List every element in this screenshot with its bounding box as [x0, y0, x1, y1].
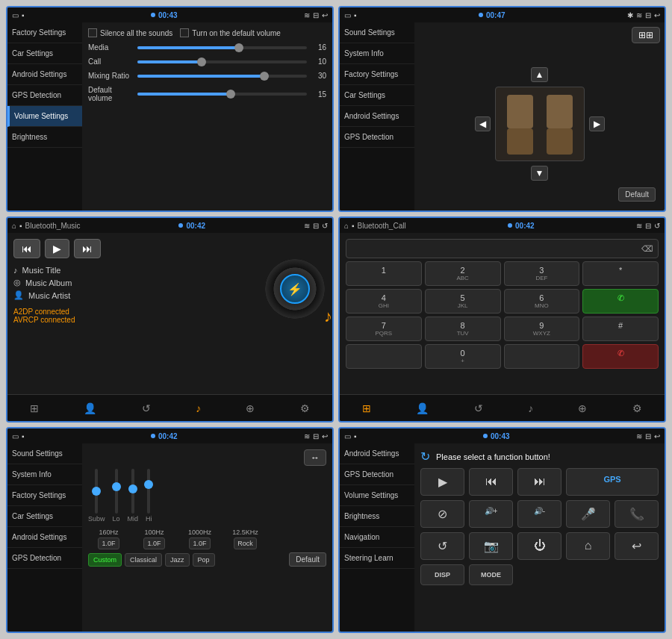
func-power[interactable]: ⏻ — [517, 532, 561, 560]
preset-pop[interactable]: Pop — [193, 553, 215, 567]
func-disp[interactable]: DISP — [420, 564, 464, 585]
dial-call[interactable]: ✆ — [582, 289, 659, 314]
func-bt2[interactable]: ↺ — [420, 532, 464, 560]
arrow-down[interactable]: ▼ — [531, 166, 549, 181]
dial-hash[interactable]: # — [582, 317, 659, 341]
func-home[interactable]: ⌂ — [566, 532, 610, 560]
sidebar-android2[interactable]: Android Settings — [340, 106, 414, 127]
dial-3[interactable]: 3DEF — [504, 261, 580, 286]
eq-toggle-btn[interactable]: ⊞⊞ — [632, 27, 660, 43]
sidebar-eq-sound[interactable]: Sound Settings — [7, 443, 82, 464]
func-play[interactable]: ▶ — [420, 468, 464, 496]
dial-5[interactable]: 5JKL — [425, 289, 501, 314]
backspace-icon[interactable]: ⌫ — [641, 244, 653, 254]
preset-custom[interactable]: Custom — [88, 553, 122, 567]
dial-9[interactable]: 9WXYZ — [504, 317, 580, 341]
preset-classical[interactable]: Classical — [125, 553, 162, 567]
sidebar-car2[interactable]: Car Settings — [340, 85, 414, 106]
toolbar-link[interactable]: ⊕ — [243, 399, 258, 417]
media-slider[interactable] — [137, 46, 307, 49]
sidebar-func-android[interactable]: Android Settings — [340, 443, 414, 464]
toolbar-settings-call[interactable]: ⚙ — [629, 399, 645, 417]
silence-checkbox[interactable]: Silence all the sounds — [88, 28, 172, 37]
sidebar-item-volume[interactable]: Volume Settings — [7, 106, 82, 127]
toolbar-music[interactable]: ♪ — [193, 399, 204, 417]
arrow-right[interactable]: ▶ — [589, 116, 605, 131]
sidebar-eq-gps[interactable]: GPS Detection — [7, 548, 82, 569]
toolbar-grid-call[interactable]: ⊞ — [359, 399, 374, 417]
sidebar-eq-sysinfo[interactable]: System Info — [7, 464, 82, 485]
sidebar-func-steer[interactable]: Steering Learn — [340, 548, 414, 569]
dial-star[interactable]: * — [582, 261, 659, 286]
dial-2[interactable]: 2ABC — [425, 261, 501, 286]
sidebar-eq-android[interactable]: Android Settings — [7, 527, 82, 548]
sidebar-func-volume[interactable]: Volume Settings — [340, 485, 414, 506]
sidebar-gps2[interactable]: GPS Detection — [340, 127, 414, 148]
eq-mid-slider[interactable] — [131, 469, 134, 514]
func-prev[interactable]: ⏮ — [469, 468, 513, 496]
next-button[interactable]: ⏭ — [74, 239, 101, 258]
sidebar-factory2[interactable]: Factory Settings — [340, 64, 414, 85]
default-vol-slider[interactable] — [137, 93, 307, 96]
eq-band-1000-gain[interactable]: 1.0F — [189, 537, 210, 549]
toolbar-contacts[interactable]: 👤 — [81, 399, 99, 417]
func-mode[interactable]: MODE — [469, 564, 513, 585]
eq-band-12k5-gain[interactable]: Rock — [234, 537, 257, 549]
func-mic[interactable]: 🎤 — [566, 500, 610, 528]
dial-0[interactable]: 0+ — [425, 344, 501, 369]
sidebar-item-brightness[interactable]: Brightness — [7, 127, 82, 148]
toolbar-bt[interactable]: ↺ — [139, 399, 154, 417]
func-gps[interactable]: GPS — [566, 468, 659, 496]
func-back[interactable]: ↩ — [615, 532, 659, 560]
dial-7[interactable]: 7PQRS — [346, 317, 422, 341]
sidebar-sound[interactable]: Sound Settings — [340, 22, 414, 43]
toolbar-music-call[interactable]: ♪ — [525, 399, 536, 417]
toolbar-contacts-call[interactable]: 👤 — [413, 399, 432, 417]
eq-band-160-gain[interactable]: 1.0F — [98, 537, 119, 549]
func-vol-up[interactable]: 🔊+ — [469, 500, 513, 528]
preset-jazz[interactable]: Jazz — [165, 553, 190, 567]
sidebar-item-factory[interactable]: Factory Settings — [7, 22, 82, 43]
eq-hi-slider[interactable] — [147, 469, 150, 514]
dial-end[interactable]: ✆ — [582, 344, 659, 369]
eq-subw-slider[interactable] — [95, 469, 98, 514]
call-slider[interactable] — [137, 60, 307, 63]
default-button[interactable]: Default — [618, 187, 656, 202]
func-call[interactable]: 📞 — [615, 500, 659, 528]
sidebar-item-gps[interactable]: GPS Detection — [7, 85, 82, 106]
arrow-left[interactable]: ◀ — [475, 116, 491, 131]
dial-input-display[interactable]: ⌫ — [346, 239, 659, 258]
default-vol-checkbox-box[interactable] — [180, 28, 189, 37]
prev-button[interactable]: ⏮ — [13, 239, 40, 258]
dial-1[interactable]: 1 — [346, 261, 422, 286]
default-vol-checkbox[interactable]: Turn on the default volume — [180, 28, 281, 37]
toolbar-grid[interactable]: ⊞ — [27, 399, 42, 417]
dial-4[interactable]: 4GHI — [346, 289, 422, 314]
refresh-icon[interactable]: ↻ — [420, 449, 430, 464]
toolbar-settings[interactable]: ⚙ — [297, 399, 313, 417]
eq-lo-slider[interactable] — [115, 469, 118, 514]
sidebar-sysinfo[interactable]: System Info — [340, 43, 414, 64]
sidebar-eq-car[interactable]: Car Settings — [7, 506, 82, 527]
eq-default-btn[interactable]: Default — [289, 552, 326, 567]
mixing-slider[interactable] — [137, 75, 307, 78]
func-mute[interactable]: ⊘ — [420, 500, 464, 528]
sidebar-item-car[interactable]: Car Settings — [7, 43, 82, 64]
eq-band-100-gain[interactable]: 1.0F — [143, 537, 164, 549]
toolbar-bt-call[interactable]: ↺ — [471, 399, 486, 417]
sidebar-func-nav[interactable]: Navigation — [340, 527, 414, 548]
arrow-up[interactable]: ▲ — [531, 67, 549, 82]
eq-mode-btn[interactable]: ↔ — [304, 449, 326, 466]
func-next[interactable]: ⏭ — [517, 468, 561, 496]
toolbar-link-call[interactable]: ⊕ — [575, 399, 590, 417]
sidebar-item-android[interactable]: Android Settings — [7, 64, 82, 85]
sidebar-func-brightness[interactable]: Brightness — [340, 506, 414, 527]
func-cam[interactable]: 📷 — [469, 532, 513, 560]
play-button[interactable]: ▶ — [45, 239, 69, 258]
dial-6[interactable]: 6MNO — [504, 289, 580, 314]
sidebar-func-gps[interactable]: GPS Detection — [340, 464, 414, 485]
sidebar-eq-factory[interactable]: Factory Settings — [7, 485, 82, 506]
dial-8[interactable]: 8TUV — [425, 317, 501, 341]
func-vol-down[interactable]: 🔊- — [517, 500, 561, 528]
silence-checkbox-box[interactable] — [88, 28, 97, 37]
